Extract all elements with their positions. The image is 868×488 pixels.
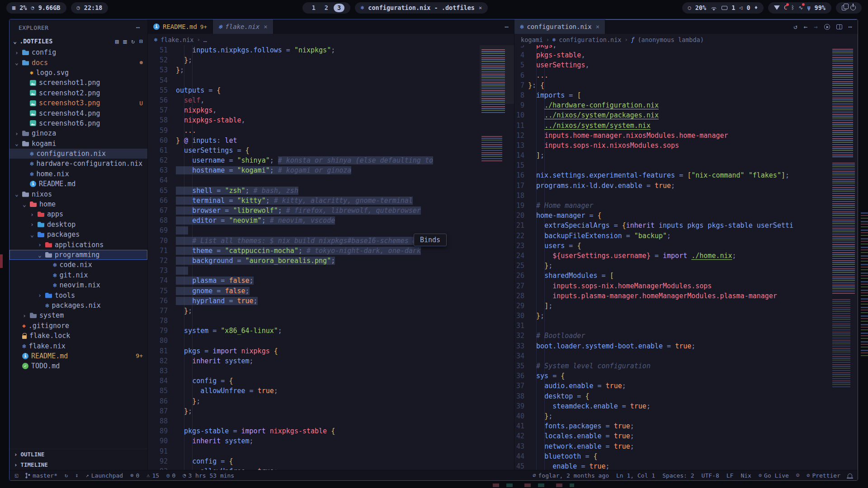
status-indentation[interactable]: Spaces: 2 [662,472,694,479]
breadcrumb-folder[interactable]: kogami [521,36,543,43]
tree-item-configuration.nix[interactable]: ❄configuration.nix [9,149,147,159]
outline-section[interactable]: › OUTLINE [9,449,147,460]
tree-item-desktop[interactable]: ›desktop [9,220,147,230]
code-line[interactable]: 93 allowUnfree = true; [148,466,514,470]
tab-configuration-nix[interactable]: ❄ configuration.nix × [514,19,605,34]
code-line[interactable]: 36 sys = { [514,371,858,381]
tree-item-ginoza[interactable]: ›ginoza [9,128,147,138]
code-area-configuration[interactable]: 3 pkgs,4 pkgs-stable,5 userSettings,6 ..… [514,45,858,470]
code-line[interactable]: 27 inputs.sops-nix.homeManagerModules.so… [514,281,858,291]
tree-item-screenshot1.png[interactable]: screenshot1.png [9,78,147,88]
code-line[interactable]: 77 }; [148,306,514,316]
code-line[interactable]: 52 }; [148,55,514,65]
tree-item-system[interactable]: ›system [9,310,147,320]
code-line[interactable]: 76 hyprland = true; [148,296,514,306]
status-prettier[interactable]: ⊘Prettier [807,472,840,479]
breadcrumb-symbol[interactable]: … [203,36,207,43]
tree-item-home.nix[interactable]: ❄home.nix [9,169,147,179]
tray-widget[interactable]: C ᛒ ∿ ψ 99% [768,2,831,14]
code-line[interactable]: 71 theme = "catppuccin-mocha"; # tokyo-n… [148,246,514,256]
status-coding-time[interactable]: ◔3 hrs 53 mins [183,472,234,479]
code-line[interactable]: 20 home-manager = { [514,211,858,221]
code-line[interactable]: 80 [148,336,514,346]
status-remote-window[interactable]: ◱ [15,472,18,479]
code-line[interactable]: 40 }; [514,411,858,421]
code-line[interactable]: 84 config = { [148,376,514,386]
code-line[interactable]: 83 [148,366,514,376]
go-forward-icon[interactable]: → [814,23,817,30]
tree-item-screenshot3.png[interactable]: screenshot3.pngU [9,98,147,108]
session-widget[interactable] [836,2,862,14]
code-line[interactable]: 92 config = { [148,456,514,466]
status-cursor-position[interactable]: Ln 1, Col 1 [616,472,655,479]
status-eol[interactable]: LF [726,472,734,479]
code-line[interactable]: 13 inputs.sops-nix.nixosModules.sops [514,141,858,150]
editor-more-actions-icon[interactable]: ⋯ [849,23,852,30]
status-encoding[interactable]: UTF-8 [702,472,719,479]
tree-item-docs[interactable]: ⌄docs [9,57,147,67]
tree-item-.gitignore[interactable]: ◆.gitignore [9,321,147,331]
code-line[interactable]: 21 extraSpecialArgs = {inherit inputs pk… [514,221,858,230]
code-line[interactable]: 44 bluetooth = { [514,451,858,461]
code-line[interactable]: 79 system = "x86_64-linux"; [148,326,514,336]
tree-item-todo.md[interactable]: ✓TODO.md [9,361,147,371]
code-line[interactable]: 88 [148,416,514,426]
breadcrumb-file[interactable]: flake.nix [160,36,193,43]
code-line[interactable]: 53}; [148,65,514,75]
code-line[interactable]: 29 ]; [514,301,858,311]
code-line[interactable]: 9 ./hardware-configuration.nix [514,100,858,110]
code-line[interactable]: 42 locales.enable = true; [514,431,858,441]
workspace-section-header[interactable]: ⌄ .DOTFILES ▤ ▥ ↻ ⊟ [9,36,147,47]
code-line[interactable]: 3 pkgs, [514,45,858,50]
code-line[interactable]: 38 desktop = { [514,391,858,401]
code-line[interactable]: 67 browser = "librewolf"; # firefox, lib… [148,206,514,216]
tree-item-code.nix[interactable]: ❄code.nix [9,260,147,270]
go-back-icon[interactable]: ← [804,23,807,30]
code-line[interactable]: 69 [148,225,514,235]
code-line[interactable]: 87 }; [148,406,514,416]
status-notifications[interactable] [848,472,852,479]
tree-item-git.nix[interactable]: ❄git.nix [9,270,147,280]
new-folder-icon[interactable]: ▥ [123,38,127,45]
code-line[interactable]: 89 pkgs-stable = import nixpkgs-stable { [148,426,514,436]
tree-item-config[interactable]: ›config [9,47,147,57]
code-line[interactable]: 37 audio.enable = true; [514,381,858,391]
tree-item-flake.lock[interactable]: flake.lock [9,331,147,341]
status-git-sync[interactable]: ↻ [65,472,68,479]
refresh-explorer-icon[interactable]: ↻ [131,38,135,45]
tree-item-readme.md[interactable]: iREADME.md9+ [9,351,147,361]
code-line[interactable]: 64 [148,175,514,185]
editor-more-actions-icon[interactable]: ⋯ [505,23,509,30]
code-line[interactable]: 56 self, [148,95,514,105]
code-line[interactable]: 81 pkgs = import nixpkgs { [148,346,514,356]
tree-item-packages.nix[interactable]: ❄packages.nix [9,300,147,310]
minimap[interactable] [830,45,858,470]
code-line[interactable]: 33 boot.loader.systemd-boot.enable = tru… [514,341,858,351]
workspace-1[interactable]: 1 [308,4,319,12]
code-line[interactable]: 60} @ inputs: let [148,136,514,145]
tree-item-programming[interactable]: ⌄programming [9,250,147,260]
code-line[interactable]: 68 editor = "neovim"; # neovim, vscode [148,216,514,225]
status-language-mode[interactable]: Nix [741,472,751,479]
code-line[interactable]: 8 imports = [ [514,90,858,100]
code-line[interactable]: 51 inputs.nixpkgs.follows = "nixpkgs"; [148,45,514,55]
code-line[interactable]: 63 hostname = "kogami"; # kogami or gino… [148,165,514,175]
system-stats-widget[interactable]: ▦ 2% ◔ 9.66GB [6,2,66,14]
code-line[interactable]: 26 sharedModules = [ [514,271,858,281]
code-line[interactable]: 57 nixpkgs, [148,105,514,115]
code-line[interactable]: 58 nixpkgs-stable, [148,115,514,125]
tree-item-flake.nix[interactable]: ❄flake.nix [9,341,147,351]
timeline-section[interactable]: › TIMELINE [9,460,147,470]
breadcrumb-file[interactable]: configuration.nix [559,36,621,43]
code-line[interactable]: 22 backupFileExtension = "backup"; [514,231,858,241]
code-line[interactable]: 61 userSettings = { [148,145,514,155]
code-line[interactable]: 43 network.enable = true; [514,441,858,451]
code-line[interactable]: 72 background = "aurora_borealis.png"; [148,256,514,266]
code-line[interactable]: 15 [514,160,858,170]
code-line[interactable]: 90 inherit system; [148,436,514,446]
tree-item-neovim.nix[interactable]: ❄neovim.nix [9,280,147,290]
status-widgets[interactable]: ○ 20% 1 ◁ 0 ♦ [682,2,764,14]
code-line[interactable]: 65 shell = "zsh"; # bash, zsh [148,186,514,196]
tree-item-screenshot4.png[interactable]: screenshot4.png [9,108,147,118]
status-ports[interactable]: ◎0 [166,472,175,479]
